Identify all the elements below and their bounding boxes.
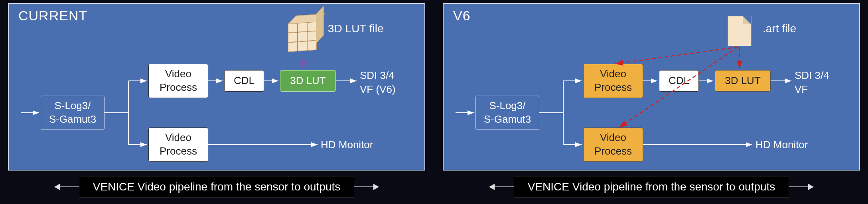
output-bottom: HD Monitor xyxy=(321,138,373,152)
node-vp-bottom: Video Process xyxy=(583,128,643,162)
caption-text: VENICE Video pipeline from the sensor to… xyxy=(514,176,789,198)
caption-text: VENICE Video pipeline from the sensor to… xyxy=(79,176,355,198)
node-cdl: CDL xyxy=(224,70,264,92)
file-label-art: .art file xyxy=(763,22,796,35)
panel-v6: V6 .art file S-Log3/ S-Gamut3 Video Proc… xyxy=(443,3,860,171)
arrow-right-icon xyxy=(789,186,808,187)
panel-current: CURRENT 3D LUT file S-Log3/ S-Gamut3 Vid… xyxy=(8,3,425,171)
node-3dlut: 3D LUT xyxy=(280,70,336,92)
caption-left: VENICE Video pipeline from the sensor to… xyxy=(8,176,425,198)
node-cdl: CDL xyxy=(659,70,699,92)
arrow-right-icon xyxy=(354,186,373,187)
node-vp-bottom: Video Process xyxy=(148,128,208,162)
page-icon xyxy=(728,16,752,46)
panel-title-current: CURRENT xyxy=(18,8,87,24)
output-bottom: HD Monitor xyxy=(756,138,808,152)
arrow-left-icon xyxy=(495,186,514,187)
file-label-lut: 3D LUT file xyxy=(328,22,384,35)
node-3dlut: 3D LUT xyxy=(715,70,771,92)
node-vp-top: Video Process xyxy=(148,64,208,98)
arrow-left-icon xyxy=(60,186,79,187)
node-slog: S-Log3/ S-Gamut3 xyxy=(475,96,539,130)
output-top: SDI 3/4 VF xyxy=(795,69,829,96)
node-slog: S-Log3/ S-Gamut3 xyxy=(41,96,105,130)
node-vp-top: Video Process xyxy=(583,64,643,98)
panel-title-v6: V6 xyxy=(453,8,471,24)
cube-icon xyxy=(288,21,317,52)
output-top: SDI 3/4 VF (V6) xyxy=(360,69,396,96)
caption-right: VENICE Video pipeline from the sensor to… xyxy=(443,176,860,198)
svg-line-19 xyxy=(615,47,738,64)
